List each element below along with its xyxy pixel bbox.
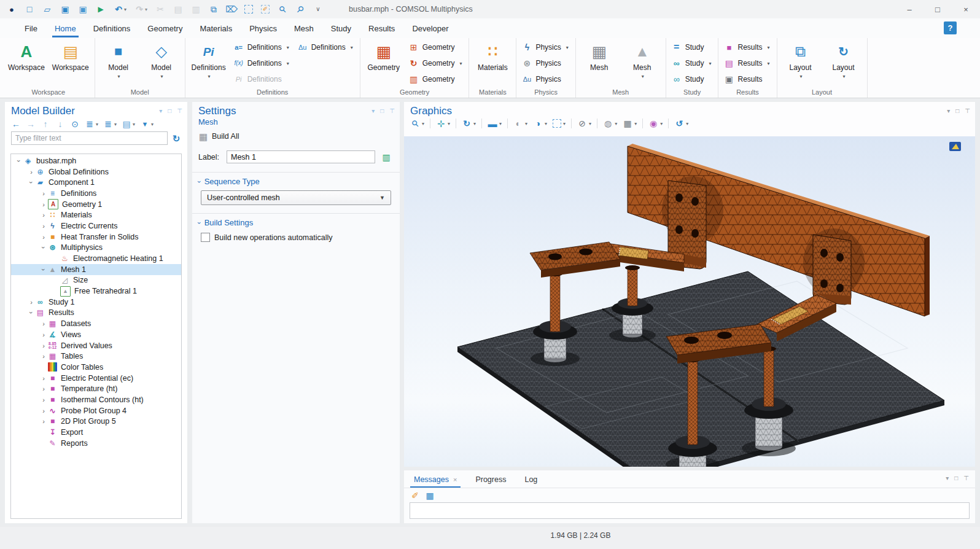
run[interactable]: ▾ bbox=[94, 3, 107, 15]
close-button[interactable]: × bbox=[952, 0, 980, 18]
ribbon-button[interactable]: Results ▾ bbox=[724, 71, 771, 87]
tree-chevron-icon[interactable] bbox=[39, 233, 48, 241]
tree-node[interactable]: Size bbox=[11, 275, 181, 286]
mesh-label-input[interactable] bbox=[227, 150, 375, 163]
graphics-toolbar-button[interactable]: ▾ bbox=[533, 119, 547, 128]
tree-chevron-icon[interactable] bbox=[27, 298, 36, 306]
graphics-toolbar-button[interactable]: ▾ bbox=[513, 119, 527, 128]
tree-node[interactable]: Temperature (ht) bbox=[11, 383, 181, 394]
tree-node[interactable]: Color Tables bbox=[11, 362, 181, 373]
tree-chevron-icon[interactable] bbox=[39, 331, 48, 338]
messages-output[interactable] bbox=[410, 502, 970, 519]
tree-node[interactable]: Derived Values bbox=[11, 340, 181, 351]
panel-menu-icon[interactable]: ▾ bbox=[947, 107, 950, 114]
ribbon-button[interactable]: Results ▾ bbox=[724, 55, 771, 71]
panel-menu-icon[interactable]: ▾ bbox=[946, 475, 949, 481]
ribbon-tab[interactable]: Physics bbox=[241, 18, 286, 38]
panel-pin-icon[interactable]: ⊤ bbox=[965, 107, 970, 114]
panel-float-icon[interactable]: □ bbox=[168, 107, 171, 114]
ribbon-tab[interactable]: Materials bbox=[191, 18, 241, 38]
graphics-toolbar-button[interactable]: ▾ bbox=[648, 119, 663, 128]
tree-chevron-icon[interactable] bbox=[39, 244, 48, 251]
tree-node[interactable]: Reports bbox=[11, 438, 181, 449]
tree-toolbar-button[interactable]: ▾ bbox=[122, 119, 135, 129]
tree-toolbar-button[interactable]: ▾ bbox=[140, 119, 154, 129]
graphics-toolbar-button[interactable]: ▾ bbox=[623, 119, 637, 128]
panel-pin-icon[interactable]: ⊤ bbox=[389, 107, 395, 114]
customize-toolbar[interactable]: ▾ bbox=[311, 3, 325, 15]
ribbon-button[interactable]: Layout ▾ bbox=[783, 39, 819, 88]
find-in-model[interactable]: ▾ bbox=[294, 3, 307, 15]
graphics-toolbar-button[interactable]: ▾ bbox=[436, 119, 450, 128]
undo[interactable]: ▾ bbox=[112, 3, 128, 15]
tree-node[interactable]: Export bbox=[11, 427, 181, 438]
rename-button[interactable] bbox=[379, 150, 394, 164]
tree-chevron-icon[interactable] bbox=[39, 385, 48, 392]
tree-node[interactable]: busbar.mph bbox=[11, 155, 181, 166]
graphics-toolbar-button[interactable]: ▾ bbox=[674, 119, 688, 128]
messages-tab[interactable]: Log × bbox=[521, 472, 541, 488]
tree-node[interactable]: Probe Plot Group 4 bbox=[11, 405, 181, 416]
panel-float-icon[interactable]: □ bbox=[955, 107, 959, 114]
graphics-toolbar-button[interactable]: ▾ bbox=[410, 119, 424, 128]
cut[interactable]: ▾ bbox=[154, 3, 167, 15]
redo[interactable]: ▾ bbox=[133, 3, 149, 15]
tree-node[interactable]: Electromagnetic Heating 1 bbox=[11, 253, 181, 264]
tree-node[interactable]: Geometry 1 bbox=[11, 199, 181, 210]
ribbon-tab[interactable]: Geometry bbox=[139, 18, 191, 38]
tree-node[interactable]: Datasets bbox=[11, 318, 181, 329]
graphics-toolbar-button[interactable]: ▾ bbox=[603, 119, 617, 128]
graphics-toolbar-button[interactable]: ▾ bbox=[577, 119, 591, 128]
ribbon-button[interactable]: Results ▾ bbox=[724, 39, 771, 55]
tree-toolbar-button[interactable]: ▾ bbox=[55, 119, 65, 129]
ribbon-button[interactable]: Workspace ▾ bbox=[8, 39, 45, 88]
build-all-button[interactable]: Build All bbox=[192, 128, 400, 146]
duplicate[interactable]: ▾ bbox=[207, 3, 220, 15]
ribbon-button[interactable]: Layout ▾ bbox=[826, 39, 861, 88]
sequence-type-section-header[interactable]: › Sequence Type bbox=[192, 173, 400, 189]
ribbon-tab[interactable]: Results bbox=[360, 18, 403, 38]
filter-refresh-icon[interactable] bbox=[171, 133, 181, 143]
messages-toolbar-button[interactable] bbox=[425, 490, 435, 501]
graphics-canvas[interactable] bbox=[404, 136, 975, 467]
tree-node[interactable]: Electric Currents bbox=[11, 220, 181, 232]
graphics-toolbar-button[interactable]: ▾ bbox=[462, 119, 476, 128]
ribbon-button[interactable]: Geometry ▾ bbox=[409, 39, 464, 55]
close-tab-icon[interactable]: × bbox=[453, 476, 457, 483]
graphics-toolbar-button[interactable]: ▾ bbox=[553, 119, 566, 128]
ribbon-button[interactable]: Model ▾ bbox=[101, 39, 136, 88]
ribbon-button[interactable]: Physics ▾ bbox=[522, 55, 569, 71]
tree-chevron-icon[interactable] bbox=[39, 352, 48, 360]
panel-menu-icon[interactable]: ▾ bbox=[159, 107, 162, 114]
tree-chevron-icon[interactable] bbox=[39, 320, 48, 327]
ribbon-button[interactable]: Definitions ▾ bbox=[191, 39, 227, 88]
tree-chevron-icon[interactable] bbox=[39, 342, 48, 349]
tree-node[interactable]: Electric Potential (ec) bbox=[11, 373, 181, 384]
save-as[interactable]: ▾ bbox=[76, 3, 90, 15]
ribbon-button[interactable]: Physics ▾ bbox=[522, 39, 569, 55]
ribbon-button[interactable]: Definitions ▾ bbox=[298, 39, 354, 55]
ribbon-button[interactable]: Mesh ▾ bbox=[624, 39, 660, 88]
tree-chevron-icon[interactable] bbox=[27, 168, 36, 176]
find[interactable]: ▾ bbox=[276, 3, 289, 15]
tree-toolbar-button[interactable]: ▾ bbox=[85, 119, 98, 129]
select[interactable]: ▾ bbox=[243, 4, 255, 15]
open-file[interactable]: ▾ bbox=[41, 3, 54, 15]
ribbon-button[interactable]: Study ▾ bbox=[672, 71, 713, 87]
minimize-button[interactable]: – bbox=[895, 0, 924, 18]
tree-filter-input[interactable] bbox=[11, 131, 168, 145]
tree-node[interactable]: Study 1 bbox=[11, 297, 181, 308]
messages-toolbar-button[interactable] bbox=[410, 490, 420, 501]
ribbon-button[interactable]: Definitions ▾ bbox=[234, 39, 290, 55]
ribbon-tab[interactable]: Developer bbox=[403, 18, 457, 38]
copy[interactable]: ▾ bbox=[171, 3, 185, 15]
messages-tab[interactable]: Progress × bbox=[472, 472, 510, 488]
ribbon-button[interactable]: Geometry ▾ bbox=[366, 39, 402, 88]
ribbon-tab[interactable]: Definitions bbox=[85, 18, 139, 38]
tree-node[interactable]: Definitions bbox=[11, 188, 181, 199]
ribbon-tab[interactable]: Study bbox=[322, 18, 360, 38]
tree-chevron-icon[interactable] bbox=[39, 266, 48, 273]
new-file[interactable]: ▾ bbox=[23, 3, 36, 15]
clear-selection[interactable]: ▾ bbox=[259, 4, 271, 15]
tree-chevron-icon[interactable] bbox=[39, 222, 48, 230]
